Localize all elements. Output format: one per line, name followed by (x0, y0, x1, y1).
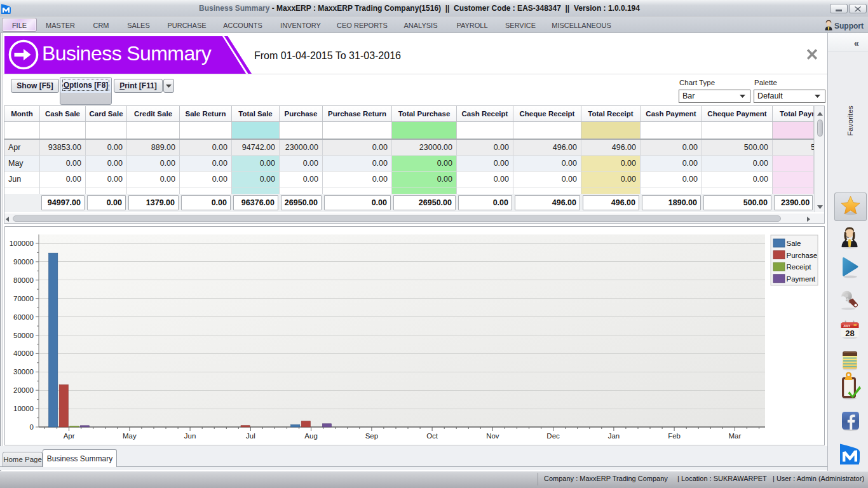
svg-text:60000: 60000 (13, 313, 34, 321)
svg-text:Purchase: Purchase (787, 252, 818, 259)
svg-text:Sep: Sep (365, 432, 378, 440)
svg-text:70000: 70000 (13, 295, 34, 302)
svg-text:Dec: Dec (546, 432, 560, 440)
svg-text:40000: 40000 (13, 349, 34, 357)
svg-text:Jan: Jan (608, 432, 620, 440)
svg-text:May: May (123, 432, 137, 440)
svg-text:Jun: Jun (184, 432, 196, 440)
svg-text:Sale: Sale (787, 240, 801, 247)
svg-text:50000: 50000 (13, 332, 34, 339)
svg-text:28: 28 (845, 329, 854, 338)
svg-text:0: 0 (30, 423, 34, 431)
svg-text:Receipt: Receipt (787, 263, 812, 271)
svg-text:10000: 10000 (13, 405, 34, 412)
svg-text:Apr: Apr (64, 432, 75, 440)
svg-text:100000: 100000 (10, 240, 34, 247)
svg-text:Oct: Oct (426, 432, 438, 440)
svg-text:Jul: Jul (246, 432, 255, 440)
svg-text:30000: 30000 (13, 368, 34, 376)
svg-text:20000: 20000 (13, 386, 34, 394)
svg-text:Payment: Payment (787, 275, 816, 283)
svg-text:JULY: JULY (843, 325, 850, 328)
svg-text:90000: 90000 (13, 258, 34, 266)
svg-text:Mar: Mar (728, 432, 741, 440)
svg-text:Aug: Aug (304, 432, 317, 440)
svg-text:80000: 80000 (13, 276, 34, 284)
svg-text:Feb: Feb (668, 432, 681, 440)
svg-text:Nov: Nov (486, 432, 499, 440)
